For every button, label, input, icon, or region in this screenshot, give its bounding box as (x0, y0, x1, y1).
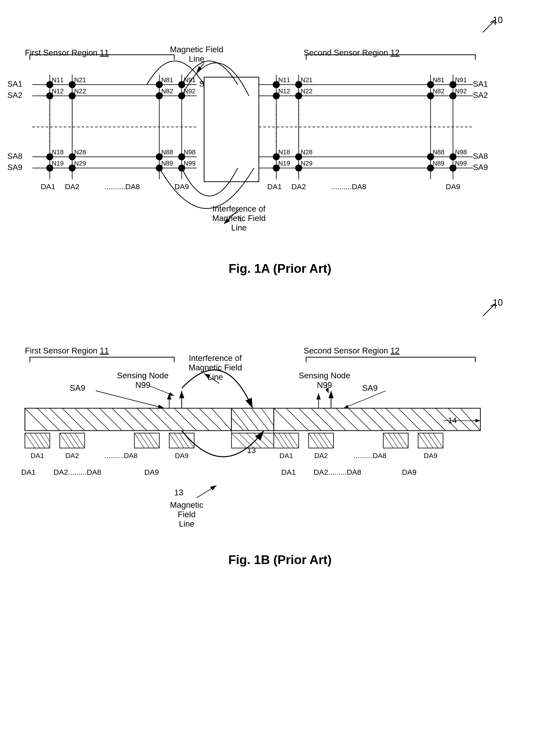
svg-rect-115 (25, 408, 231, 431)
svg-text:..........DA8: ..........DA8 (331, 183, 366, 191)
svg-rect-143 (134, 433, 159, 448)
svg-text:SA2: SA2 (473, 91, 488, 100)
svg-text:N88: N88 (161, 148, 173, 156)
svg-line-56 (239, 217, 241, 222)
svg-line-111 (224, 209, 239, 224)
svg-text:N99: N99 (184, 160, 196, 167)
svg-text:N29: N29 (74, 160, 86, 167)
svg-text:N29: N29 (301, 160, 312, 167)
svg-text:N28: N28 (74, 148, 86, 156)
svg-text:DA9: DA9 (174, 183, 189, 191)
svg-line-221 (204, 374, 219, 383)
svg-text:N88: N88 (433, 148, 444, 156)
svg-text:SA9: SA9 (7, 163, 23, 172)
svg-text:DA1: DA1 (279, 452, 293, 459)
svg-line-218 (343, 391, 386, 408)
svg-rect-198 (231, 408, 274, 431)
svg-text:N92: N92 (455, 87, 467, 95)
svg-text:N19: N19 (278, 160, 290, 167)
svg-text:SA1: SA1 (473, 79, 488, 88)
svg-text:N82: N82 (433, 87, 444, 95)
svg-text:SA2: SA2 (7, 91, 23, 100)
svg-text:N22: N22 (74, 87, 86, 95)
svg-text:N81: N81 (161, 76, 173, 84)
svg-text:N18: N18 (278, 148, 290, 156)
svg-text:DA9: DA9 (446, 183, 460, 191)
svg-text:N18: N18 (52, 148, 64, 156)
svg-text:DA2: DA2 (65, 452, 79, 459)
svg-text:N82: N82 (161, 87, 173, 95)
page: 10 First Sensor Region 11 Second Sensor … (0, 0, 560, 745)
svg-rect-179 (308, 433, 333, 448)
svg-line-220 (326, 386, 329, 393)
svg-text:DA9: DA9 (424, 452, 437, 459)
svg-text:DA2: DA2 (65, 183, 79, 191)
svg-text:DA1: DA1 (31, 452, 44, 459)
svg-text:N11: N11 (278, 76, 290, 84)
svg-text:DA9: DA9 (175, 452, 189, 459)
svg-rect-189 (418, 433, 443, 448)
svg-text:SA8: SA8 (7, 152, 23, 161)
svg-text:N91: N91 (455, 76, 467, 84)
svg-text:DA1: DA1 (267, 183, 282, 191)
svg-text:N98: N98 (455, 148, 467, 156)
svg-text:..........DA8: ..........DA8 (104, 452, 137, 459)
svg-text:N12: N12 (278, 87, 290, 95)
svg-text:DA2: DA2 (291, 183, 306, 191)
svg-text:N12: N12 (52, 87, 64, 95)
svg-text:N89: N89 (161, 160, 173, 167)
svg-line-112 (483, 304, 495, 316)
svg-text:N21: N21 (74, 76, 86, 84)
svg-text:N99: N99 (455, 160, 467, 167)
svg-text:N11: N11 (52, 76, 64, 84)
svg-rect-55 (204, 77, 259, 182)
svg-line-0 (483, 20, 495, 32)
svg-text:13: 13 (247, 446, 256, 455)
svg-text:DA1: DA1 (41, 183, 55, 191)
svg-text:N21: N21 (301, 76, 312, 84)
svg-text:SA1: SA1 (7, 79, 23, 88)
svg-rect-184 (383, 433, 408, 448)
svg-text:SA9: SA9 (473, 163, 488, 172)
svg-text:N22: N22 (301, 87, 312, 95)
svg-text:N19: N19 (52, 160, 64, 167)
svg-text:N28: N28 (301, 148, 312, 156)
svg-line-222 (197, 485, 217, 498)
svg-text:DA2: DA2 (314, 452, 328, 459)
svg-text:N81: N81 (433, 76, 444, 84)
svg-text:SA8: SA8 (473, 152, 488, 161)
svg-rect-174 (274, 433, 299, 448)
diagram-svg: SA1 SA2 SA8 SA9 N11 N21 N81 N91 N12 N22 … (0, 0, 560, 745)
svg-rect-138 (60, 433, 85, 448)
svg-text:..........DA8: ..........DA8 (104, 183, 140, 191)
svg-line-217 (96, 391, 164, 408)
svg-text:..........DA8: ..........DA8 (354, 452, 386, 459)
svg-line-219 (149, 386, 174, 396)
svg-text:N89: N89 (433, 160, 444, 167)
svg-text:N98: N98 (184, 148, 196, 156)
